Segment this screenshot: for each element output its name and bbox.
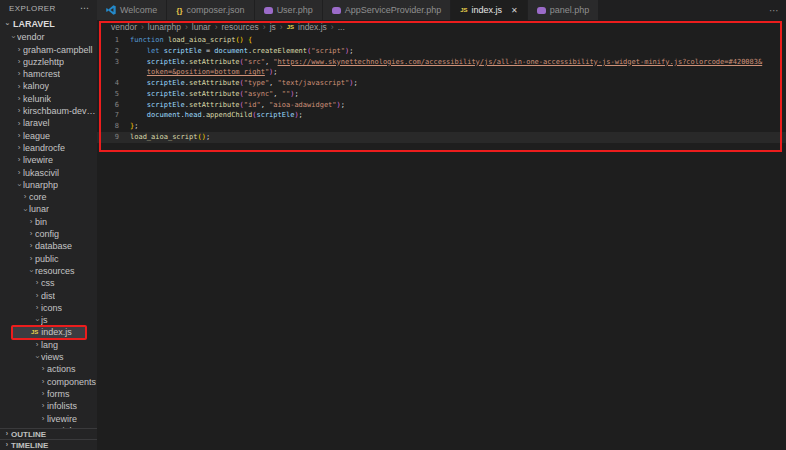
tree-folder-infolists[interactable]: ›infolists bbox=[0, 400, 97, 412]
tree-item-label: livewire bbox=[47, 413, 77, 425]
tab-welcome[interactable]: Welcome bbox=[97, 0, 166, 20]
tree-folder-hamcrest[interactable]: ›hamcrest bbox=[0, 68, 97, 80]
code-token: { bbox=[248, 35, 252, 46]
tree-folder-graham-campbell[interactable]: ›graham-campbell bbox=[0, 44, 97, 56]
breadcrumb-separator: › bbox=[141, 22, 144, 32]
tab-panel-php[interactable]: panel.php bbox=[528, 0, 599, 20]
code-line[interactable]: 3 scriptEle.setAttribute("src", "https:/… bbox=[97, 57, 786, 68]
tree-folder-lang[interactable]: ›lang bbox=[0, 339, 97, 351]
code-line[interactable]: 5 scriptEle.setAttribute("async", ""); bbox=[97, 89, 786, 100]
tree-folder-league[interactable]: ›league bbox=[0, 130, 97, 142]
code-line[interactable]: 8}; bbox=[97, 121, 786, 132]
breadcrumb-item-resources[interactable]: resources bbox=[222, 22, 259, 32]
tree-folder-views[interactable]: ›views bbox=[0, 351, 97, 363]
code-token: , bbox=[265, 57, 273, 68]
tree-item-label: views bbox=[41, 351, 64, 363]
breadcrumb-item-js[interactable]: js bbox=[270, 22, 276, 32]
tree-folder-js[interactable]: ›js bbox=[0, 314, 97, 326]
line-number: 9 bbox=[97, 132, 119, 143]
code-line[interactable]: 7 document.head.appendChild(scriptEle); bbox=[97, 110, 786, 121]
tree-folder-kirschbaum-develop[interactable]: ›kirschbaum-develop... bbox=[0, 105, 97, 117]
tree-folder-css[interactable]: ›css bbox=[0, 277, 97, 289]
code-line[interactable]: 1function load_aioa_script() { bbox=[97, 35, 786, 46]
breadcrumb-separator: › bbox=[263, 22, 266, 32]
sidebar-section-outline[interactable]: ›OUTLINE bbox=[0, 428, 97, 439]
tree-item-label: lunar bbox=[29, 203, 49, 215]
tree-folder-lukascivil[interactable]: ›lukascivil bbox=[0, 167, 97, 179]
tree-folder-icons[interactable]: ›icons bbox=[0, 302, 97, 314]
breadcrumb-item-lunar[interactable]: lunar bbox=[192, 22, 211, 32]
tree-item-label: lukascivil bbox=[23, 167, 59, 179]
code-line[interactable]: 6 scriptEle.setAttribute("id", "aioa-ada… bbox=[97, 100, 786, 111]
line-number: 6 bbox=[97, 100, 119, 111]
tree-folder-lunarphp[interactable]: ›lunarphp bbox=[0, 179, 97, 191]
tree-item-label: lunarphp bbox=[23, 179, 58, 191]
tree-folder-core[interactable]: ›core bbox=[0, 191, 97, 203]
code-token: ; bbox=[134, 121, 138, 132]
workspace-root-row[interactable]: › LARAVEL bbox=[0, 17, 97, 32]
tab-bar: Welcome{}composer.jsonUser.phpAppService… bbox=[97, 0, 786, 20]
explorer-title: EXPLORER bbox=[9, 4, 56, 13]
tree-folder-kalnoy[interactable]: ›kalnoy bbox=[0, 80, 97, 92]
tab-label: User.php bbox=[277, 5, 313, 15]
breadcrumb-item-vendor[interactable]: vendor bbox=[111, 22, 137, 32]
tree-folder-bin[interactable]: ›bin bbox=[0, 216, 97, 228]
code-token: ; bbox=[353, 78, 357, 89]
breadcrumb-item-lunarphp[interactable]: lunarphp bbox=[148, 22, 181, 32]
close-icon[interactable]: ✕ bbox=[511, 6, 518, 15]
tree-folder-livewire[interactable]: ›livewire bbox=[0, 154, 97, 166]
chevron-down-icon: › bbox=[15, 181, 23, 189]
tree-folder-laravel[interactable]: ›laravel bbox=[0, 117, 97, 129]
code-token: ; bbox=[341, 100, 345, 111]
code-token: scriptEle bbox=[147, 78, 185, 89]
tree-folder-database[interactable]: ›database bbox=[0, 240, 97, 252]
tree-folder-resources[interactable]: ›resources bbox=[0, 265, 97, 277]
code-token: "" bbox=[282, 89, 290, 100]
code-token bbox=[130, 89, 147, 100]
explorer-header: EXPLORER ⋯ bbox=[0, 0, 97, 17]
code-editor[interactable]: 1function load_aioa_script() {2 let scri… bbox=[97, 34, 786, 450]
chevron-down-icon: › bbox=[33, 316, 41, 324]
tree-file-index-js[interactable]: JSindex.js bbox=[12, 326, 86, 338]
tree-folder-lunar[interactable]: ›lunar bbox=[0, 203, 97, 215]
tree-folder-leandrocfe[interactable]: ›leandrocfe bbox=[0, 142, 97, 154]
code-token: "text/javascript" bbox=[278, 78, 350, 89]
explorer-actions-icon[interactable]: ⋯ bbox=[80, 3, 89, 13]
line-number: 2 bbox=[97, 46, 119, 57]
breadcrumb-item-file[interactable]: index.js bbox=[298, 22, 327, 32]
chevron-down-icon: › bbox=[21, 206, 29, 214]
tab-appserviceprovider-php[interactable]: AppServiceProvider.php bbox=[323, 0, 451, 20]
tab-composer-json[interactable]: {}composer.json bbox=[167, 0, 253, 20]
tree-item-label: icons bbox=[41, 302, 62, 314]
code-token bbox=[130, 78, 147, 89]
tree-folder-vendor[interactable]: ›vendor bbox=[0, 31, 97, 43]
code-token: head bbox=[185, 110, 202, 121]
code-token: "src" bbox=[244, 57, 265, 68]
tree-folder-components[interactable]: ›components bbox=[0, 376, 97, 388]
code-line[interactable]: 2 let scriptEle = document.createElement… bbox=[97, 46, 786, 57]
chevron-down-icon: › bbox=[27, 267, 35, 275]
tree-item-label: config bbox=[35, 228, 59, 240]
tree-folder-public[interactable]: ›public bbox=[0, 253, 97, 265]
tree-folder-forms[interactable]: ›forms bbox=[0, 388, 97, 400]
php-file-icon bbox=[332, 7, 341, 14]
tree-folder-guzzlehttp[interactable]: ›guzzlehttp bbox=[0, 56, 97, 68]
code-token: "script" bbox=[311, 46, 345, 57]
tree-folder-actions[interactable]: ›actions bbox=[0, 363, 97, 375]
code-line[interactable]: 4 scriptEle.setAttribute("type", "text/j… bbox=[97, 78, 786, 89]
tab-index-js[interactable]: JSindex.js✕ bbox=[451, 0, 527, 20]
tree-folder-kelunik[interactable]: ›kelunik bbox=[0, 93, 97, 105]
editor-actions-icon[interactable]: ⋯ bbox=[769, 0, 786, 20]
code-line[interactable]: token=&position=bottom_right"); bbox=[97, 67, 786, 78]
tree-folder-config[interactable]: ›config bbox=[0, 228, 97, 240]
tab-user-php[interactable]: User.php bbox=[255, 0, 322, 20]
tree-folder-livewire[interactable]: ›livewire bbox=[0, 413, 97, 425]
tree-item-label: resources bbox=[35, 265, 75, 277]
code-token: ; bbox=[206, 132, 210, 143]
code-token: ; bbox=[299, 110, 303, 121]
tree-folder-dist[interactable]: ›dist bbox=[0, 290, 97, 302]
tree-item-label: livewire bbox=[23, 154, 53, 166]
sidebar-section-timeline[interactable]: ›TIMELINE bbox=[0, 439, 97, 450]
chevron-right-icon: › bbox=[15, 107, 23, 115]
code-line[interactable]: 9load_aioa_script(); bbox=[97, 132, 786, 143]
